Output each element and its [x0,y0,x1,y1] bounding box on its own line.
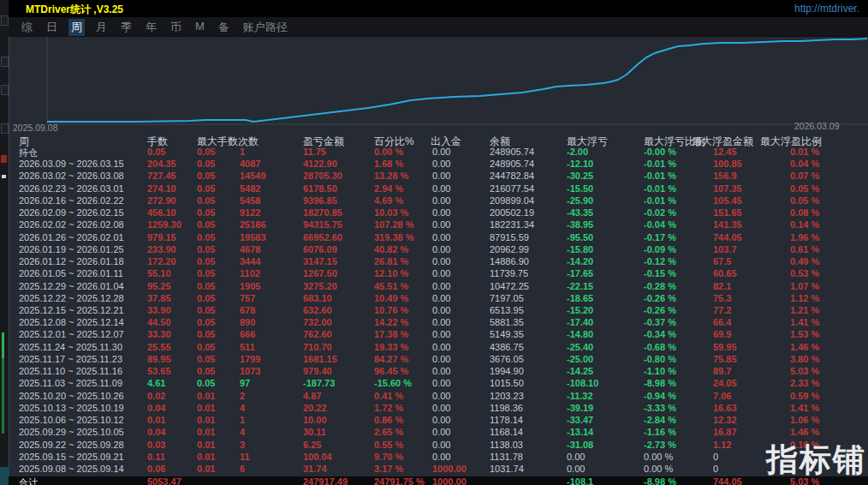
value-cell: 319.38 % [374,232,413,242]
value-cell: 95.25 [147,281,171,291]
value-cell: 9.70 % [374,452,403,462]
table-row[interactable]: 2026.01.05 ~ 2026.01.1155.100.0511021267… [9,268,868,280]
value-cell: -14.20 [567,256,593,266]
menu-item-5[interactable]: 年 [143,19,159,36]
value-cell: 0.05 [147,147,165,157]
value-cell: 10472.25 [490,281,529,291]
value-cell: 0.00 [432,183,450,194]
value-cell: 0.41 % [374,391,403,401]
edge-button-icon [1,123,9,134]
table-row[interactable]: 2025.09.08 ~ 2025.09.140.060.01631.743.1… [9,464,868,476]
table-row[interactable]: 2025.11.10 ~ 2025.11.1653.650.051073979.… [9,366,868,378]
value-cell: 0.05 [197,256,215,266]
value-cell: 1131.78 [490,452,523,462]
table-row[interactable]: 2026.01.26 ~ 2026.02.01979.150.051958366… [9,232,868,244]
value-cell: 10.00 [303,415,327,425]
title-bar: MTDriver统计 ,V3.25 http://mtdriver. [9,0,868,17]
value-cell: 5.03 % [790,366,819,376]
table-row[interactable]: 2026.01.19 ~ 2026.01.25233.900.054678607… [9,244,868,256]
value-cell: 5149.35 [490,329,524,339]
table-row[interactable]: 2025.11.17 ~ 2025.11.2389.950.0517991681… [9,354,868,366]
value-cell: -38.95 [567,219,593,230]
value-cell: 632.60 [303,305,332,315]
value-cell: -2.73 % [644,440,676,450]
value-cell: 141.35 [713,219,742,230]
value-cell: 0.04 [147,403,165,413]
table-row[interactable]: 2025.12.08 ~ 2025.12.1444.500.05890732.0… [9,317,868,329]
table-row[interactable]: 2026.02.16 ~ 2026.02.22272.900.055458939… [9,195,868,207]
total-row[interactable]: 合计5053.47247917.4924791.75 %1000.00-108.… [9,476,868,485]
menu-item-9[interactable]: 账户 [241,19,268,36]
table-row[interactable]: 2025.09.22 ~ 2025.09.280.030.0136.250.55… [9,440,868,452]
menu-item-1[interactable]: 日 [44,19,60,36]
value-cell: -108.10 [567,378,598,388]
table-row[interactable]: 2025.09.15 ~ 2025.09.210.110.0111100.049… [9,452,868,464]
period-cell: 合计 [19,476,38,485]
value-cell: 4386.75 [490,342,524,352]
menu-item-6[interactable]: 币 [168,19,184,36]
value-cell: 12.45 [713,147,737,157]
value-cell: 0.00 [432,329,450,339]
value-cell: -0.00 % [644,147,676,157]
value-cell: -0.12 % [644,256,676,266]
value-cell: 19583 [240,232,266,242]
value-cell: 33.30 [147,329,171,339]
value-cell: 3676.05 [490,354,524,364]
menu-item-7[interactable]: M [193,19,207,36]
table-row[interactable]: 持仓0.050.05111.750.00 %0.00248905.74-2.00… [9,147,868,159]
period-cell: 2025.09.29 ~ 2025.10.05 [19,427,124,437]
value-cell: 0.00 % [644,464,673,474]
value-cell: 0.61 % [790,244,819,254]
value-cell: 0.00 [432,415,450,425]
menu-item-0[interactable]: 综 [19,19,35,36]
value-cell: 9396.85 [303,195,337,206]
table-row[interactable]: 2026.02.02 ~ 2026.02.081259.300.05251869… [9,219,868,231]
value-cell: 0.00 [432,256,450,266]
table-row[interactable]: 2025.11.24 ~ 2025.11.3025.550.05511710.7… [9,342,868,354]
table-row[interactable]: 2025.12.15 ~ 2025.12.2133.900.05678632.6… [9,305,868,317]
app-url-link[interactable]: http://mtdriver. [794,3,859,15]
value-cell: 0.00 [432,281,450,291]
table-row[interactable]: 2025.11.03 ~ 2025.11.094.610.0597-187.73… [9,378,868,390]
table-row[interactable]: 2026.02.23 ~ 2026.03.01274.100.055482617… [9,183,868,195]
table-row[interactable]: 2025.10.13 ~ 2025.10.190.040.01420.221.7… [9,403,868,415]
value-cell: 744.05 [713,232,742,242]
value-cell: 0.01 [197,391,215,401]
table-row[interactable]: 2025.12.29 ~ 2026.01.0495.250.0519053275… [9,281,868,293]
value-cell: 1.21 % [790,305,819,315]
edge-button-icon [1,15,9,26]
value-cell: 0.00 [432,232,450,242]
table-row[interactable]: 2026.03.09 ~ 2026.03.15204.350.054087412… [9,159,868,171]
value-cell: -0.26 % [644,293,676,303]
menu-item-8[interactable]: 备 [216,19,232,36]
menu-item-3[interactable]: 月 [93,19,110,36]
value-cell: 0.00 [432,366,450,376]
path-button[interactable]: 路径 [265,20,288,35]
value-cell: 0.05 [197,207,215,218]
value-cell: 0.00 [432,244,450,254]
value-cell: 0.05 [197,147,215,157]
value-cell: 45.51 % [374,281,408,291]
value-cell: -17.40 [567,317,593,327]
table-row[interactable]: 2026.03.02 ~ 2026.03.08727.450.051454928… [9,171,868,183]
table-row[interactable]: 2025.10.06 ~ 2025.10.120.010.01110.000.8… [9,415,868,427]
table-row[interactable]: 2025.09.29 ~ 2025.10.050.040.01430.112.6… [9,427,868,439]
value-cell: 1259.30 [147,219,181,230]
value-cell: -25.00 [567,354,593,364]
value-cell: 0.01 [197,440,215,450]
table-row[interactable]: 2026.02.09 ~ 2026.02.15456.100.059122182… [9,207,868,219]
value-cell: 1000.00 [432,476,467,485]
value-cell: 0.05 [197,171,215,181]
period-cell: 2025.10.20 ~ 2025.10.26 [19,391,124,401]
table-row[interactable]: 2025.12.01 ~ 2025.12.0733.300.05666762.6… [9,329,868,341]
value-cell: 11.75 [303,147,326,157]
menu-item-2[interactable]: 周 [68,19,85,36]
value-cell: 0.06 [147,464,165,474]
value-cell: 762.60 [303,329,332,339]
table-row[interactable]: 2025.10.20 ~ 2025.10.260.020.0124.870.41… [9,391,868,403]
value-cell: -0.26 % [644,305,676,315]
menu-item-4[interactable]: 季 [118,19,134,36]
value-cell: 2.65 % [374,427,403,437]
table-row[interactable]: 2026.01.12 ~ 2026.01.18172.200.053444314… [9,256,868,268]
table-row[interactable]: 2025.12.22 ~ 2025.12.2837.850.05757683.1… [9,293,868,305]
